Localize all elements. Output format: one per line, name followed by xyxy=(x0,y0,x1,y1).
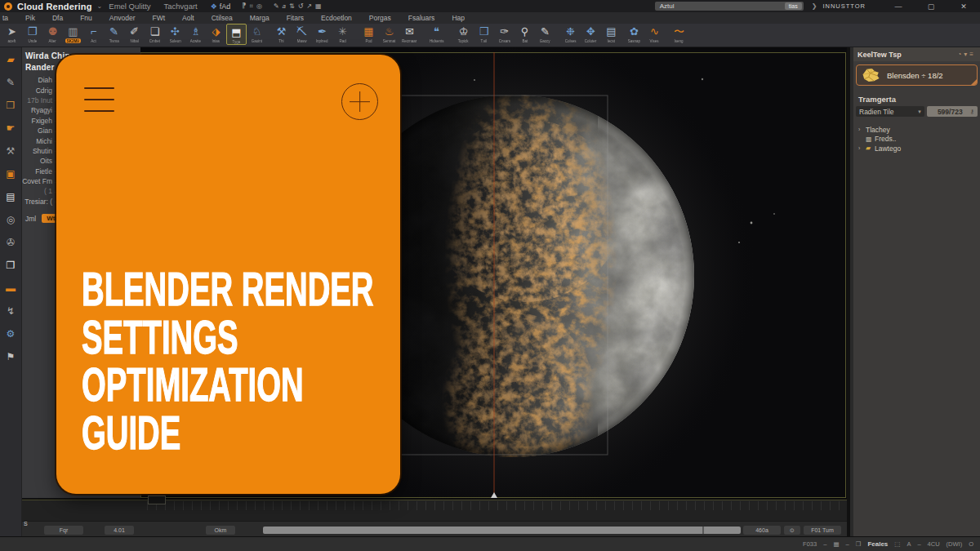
toolbar-button[interactable]: ❉ Colses xyxy=(560,24,581,43)
menu-item[interactable]: ta xyxy=(2,14,8,22)
timeline-ruler[interactable] xyxy=(22,500,847,521)
toolbar-button[interactable]: ✎ Tisma xyxy=(104,24,124,43)
toolbar-button[interactable]: ♘ Gaoint xyxy=(247,24,267,43)
toolbar-button[interactable]: ♨ Senmat xyxy=(379,24,399,43)
tool-label: Thi xyxy=(278,38,283,42)
toolbar-button[interactable]: ❏ Cmbet xyxy=(145,24,165,43)
sidebar-tool-icon[interactable]: ❒ xyxy=(7,96,16,118)
tool-label: Iseng xyxy=(675,38,684,42)
status-item: ❒ xyxy=(856,540,862,548)
toolbar-button[interactable]: ❒ T.sil xyxy=(474,24,494,43)
tree-item[interactable]: › ▰ Lawtego xyxy=(858,144,980,153)
tree-item[interactable]: › Tlachey xyxy=(858,125,980,135)
menu-item[interactable]: Ctilsea xyxy=(212,14,233,22)
menu-item[interactable]: FWt xyxy=(152,14,165,22)
setting-label: Oits xyxy=(40,157,52,165)
sidebar-tool-icon[interactable]: ⚒ xyxy=(7,141,16,164)
titlebar-icon-cluster-2[interactable]: ✎𝑎⇅↺↗▦ xyxy=(274,2,325,11)
title-caret-icon[interactable]: ⌄ xyxy=(97,2,103,10)
sidebar-tool-icon[interactable]: ▬ xyxy=(6,278,16,301)
toolbar-button[interactable]: ✥ Coluter xyxy=(581,24,601,43)
toolbar-button[interactable]: ✣ Soleon xyxy=(165,24,185,43)
toolbar-button[interactable]: ▤ Iecst xyxy=(601,24,621,43)
chevron-right-icon: ❯ xyxy=(812,2,818,10)
toolbar-button[interactable]: ♔ Topick xyxy=(453,24,474,43)
sidebar-tool-icon[interactable]: ❐ xyxy=(7,256,16,278)
tree-item[interactable]: ▩ Freds.. xyxy=(858,135,980,144)
timeline-field[interactable]: Fqr xyxy=(44,526,83,535)
menu-item[interactable]: Hap xyxy=(452,14,465,22)
timeline-field[interactable]: F01 Tum xyxy=(804,526,841,535)
menu-item[interactable]: Fnu xyxy=(80,14,92,22)
plus-button[interactable] xyxy=(341,83,378,120)
right-panel-header-icons[interactable]: ◔▾≡ xyxy=(957,51,976,58)
timeline-field[interactable]: 4.01 xyxy=(105,526,134,535)
titlebar-item[interactable]: Tachvgart xyxy=(164,2,198,11)
toolbar-button[interactable]: ❝ Hidsents xyxy=(426,24,447,43)
sidebar-tool-icon[interactable]: ⚑ xyxy=(7,347,16,370)
sidebar-tool-icon[interactable]: ☛ xyxy=(7,118,16,141)
sidebar-tool-icon[interactable]: ✇ xyxy=(7,233,15,256)
timeline-field[interactable]: ⊙ xyxy=(784,526,800,535)
current-frame-box[interactable] xyxy=(148,495,166,504)
tool-label: Soleon xyxy=(169,38,180,42)
toolbar-button[interactable]: ✑ Cnsars xyxy=(494,24,514,43)
card-title: BLENDER RENDER SETTINGS OPTIMIZATION GUI… xyxy=(82,265,455,456)
toolbar-button[interactable]: ⌐ Act xyxy=(83,24,104,43)
tool-label: Bat xyxy=(522,38,528,42)
toolbar-button[interactable]: ⛏ Masw xyxy=(292,24,312,43)
toolbar-button[interactable]: ⚲ Bat xyxy=(514,24,535,43)
titlebar-item[interactable]: Emel Qulitty xyxy=(109,2,150,11)
sidebar-tool-icon[interactable]: ▣ xyxy=(6,164,15,187)
toolbar-button[interactable]: ✳ Rad xyxy=(332,24,353,43)
maximize-button[interactable]: ▢ xyxy=(915,2,947,11)
timeline-field[interactable]: Okm xyxy=(206,526,235,535)
titlebar-icon-cluster-1[interactable]: ⁋⌗◎ xyxy=(242,2,265,11)
tile-size-field[interactable]: 599/723 ⚷ xyxy=(927,106,978,117)
sidebar-tool-icon[interactable]: ✎ xyxy=(7,73,15,96)
toolbar-button[interactable]: ▥ SK2M9 xyxy=(63,24,83,43)
toolbar-button[interactable]: ⚉ Alter xyxy=(42,24,63,43)
toolbar-button[interactable]: ⬒ Tyga xyxy=(226,24,247,45)
tool-label: Recmaar xyxy=(402,38,416,42)
toolbar-button[interactable]: ➤ aceft xyxy=(2,24,22,43)
timeline-scrollbar[interactable] xyxy=(263,527,741,534)
menu-item[interactable]: Porgas xyxy=(369,14,391,22)
tool-label: Inias xyxy=(212,38,220,42)
menu-item[interactable]: Dfa xyxy=(52,14,63,22)
app-title: Cloud Rendering xyxy=(17,2,92,11)
render-tile-dropdown[interactable]: Radien Tile ▾ xyxy=(856,106,924,117)
toolbar-button[interactable]: ∿ Vises xyxy=(644,24,665,43)
toolbar-button[interactable]: ✿ Sasnap xyxy=(624,24,644,43)
title-search-box[interactable]: Aztul tias xyxy=(655,2,804,11)
menu-item[interactable]: Anvoder xyxy=(109,14,136,22)
menu-item[interactable]: Pik xyxy=(25,14,35,22)
sidebar-tool-icon[interactable]: ⚙ xyxy=(7,324,16,347)
sidebar-tool-icon[interactable]: ▰ xyxy=(7,50,14,73)
layout-selector[interactable]: ❯ INNUSTTOR xyxy=(812,2,866,10)
menu-item[interactable]: Ecdoetlon xyxy=(321,14,352,22)
timeline-field[interactable]: 460a xyxy=(743,526,781,535)
sidebar-tool-icon[interactable]: ↯ xyxy=(7,301,15,324)
toolbar-button[interactable]: ⚒ Thi xyxy=(271,24,292,43)
active-object-box[interactable]: Blensden ÷ 18/2 xyxy=(856,64,978,86)
sidebar-tool-icon[interactable]: ◎ xyxy=(7,210,15,233)
toolbar-button[interactable]: ▦ Pod xyxy=(359,24,379,43)
toolbar-button[interactable]: ♗ Acwite xyxy=(185,24,206,43)
toolbar-button[interactable]: ✎ Gaccy xyxy=(535,24,555,43)
menu-item[interactable]: Marga xyxy=(250,14,270,22)
close-button[interactable]: ✕ xyxy=(947,2,980,11)
toolbar-button[interactable]: ⬗ Inias xyxy=(206,24,226,43)
minimize-button[interactable]: — xyxy=(882,2,915,11)
menu-item[interactable]: Fsaluars xyxy=(408,14,435,22)
hamburger-menu-icon[interactable] xyxy=(84,87,114,113)
titlebar-badge[interactable]: ❖ fAd xyxy=(211,2,231,11)
toolbar-button[interactable]: 〜 Iseng xyxy=(669,24,689,43)
menu-item[interactable]: Fitars xyxy=(287,14,304,22)
toolbar-button[interactable]: ✒ Inplned xyxy=(312,24,332,43)
toolbar-button[interactable]: ❐ Unde xyxy=(22,24,42,43)
toolbar-button[interactable]: ✉ Recmaar xyxy=(399,24,420,43)
menu-item[interactable]: Aolt xyxy=(182,14,194,22)
sidebar-tool-icon[interactable]: ▤ xyxy=(6,187,15,210)
toolbar-button[interactable]: ✐ Nibal xyxy=(124,24,145,43)
